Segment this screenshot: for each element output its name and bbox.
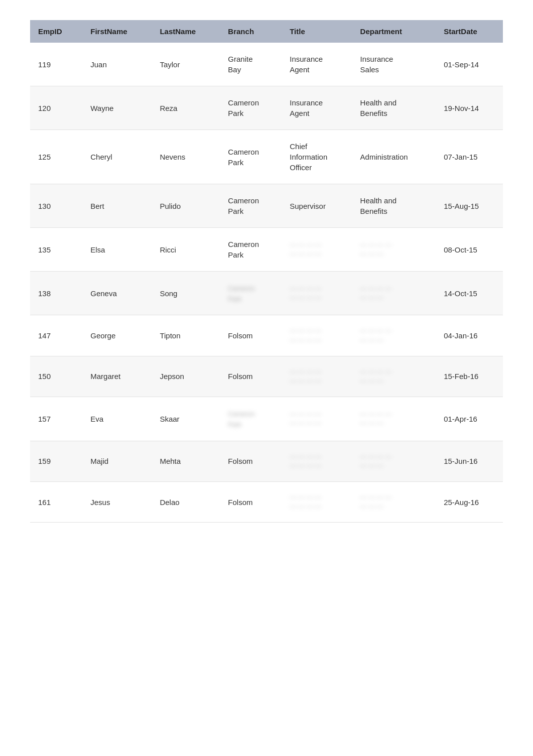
cell-lastname: Reza <box>152 86 220 130</box>
cell-department: — — — —— — — <box>352 356 436 397</box>
cell-branch: Folsom <box>220 315 282 356</box>
col-header-title: Title <box>282 20 352 43</box>
cell-branch: GraniteBay <box>220 43 282 86</box>
cell-lastname: Taylor <box>152 43 220 86</box>
cell-startdate: 19-Nov-14 <box>436 86 503 130</box>
cell-department: — — — —— — — <box>352 441 436 481</box>
cell-startdate: 15-Feb-16 <box>436 356 503 397</box>
col-header-firstname: FirstName <box>82 20 152 43</box>
cell-firstname: Juan <box>82 43 152 86</box>
cell-firstname: Cheryl <box>82 130 152 184</box>
cell-empid: 138 <box>30 272 82 315</box>
cell-startdate: 14-Oct-15 <box>436 272 503 315</box>
cell-title: — — — —— — — — <box>282 356 352 397</box>
cell-department: — — — —— — — <box>352 315 436 356</box>
cell-title: — — — —— — — — <box>282 397 352 441</box>
cell-startdate: 15-Aug-15 <box>436 184 503 228</box>
table-row: 159MajidMehtaFolsom— — — —— — — —— — — —… <box>30 441 503 481</box>
cell-branch: CameronPark <box>220 228 282 272</box>
cell-branch: CameronPark <box>220 397 282 441</box>
table-row: 125CherylNevensCameronParkChiefInformati… <box>30 130 503 184</box>
table-row: 161JesusDelaoFolsom— — — —— — — —— — — —… <box>30 481 503 522</box>
cell-branch: CameronPark <box>220 184 282 228</box>
cell-department: — — — —— — — <box>352 228 436 272</box>
cell-empid: 150 <box>30 356 82 397</box>
cell-empid: 161 <box>30 481 82 522</box>
cell-empid: 159 <box>30 441 82 481</box>
table-row: 150MargaretJepsonFolsom— — — —— — — —— —… <box>30 356 503 397</box>
cell-firstname: Wayne <box>82 86 152 130</box>
table-row: 147GeorgeTiptonFolsom— — — —— — — —— — —… <box>30 315 503 356</box>
cell-lastname: Tipton <box>152 315 220 356</box>
col-header-lastname: LastName <box>152 20 220 43</box>
cell-branch: CameronPark <box>220 130 282 184</box>
cell-title: — — — —— — — — <box>282 315 352 356</box>
cell-startdate: 25-Aug-16 <box>436 481 503 522</box>
cell-firstname: Jesus <box>82 481 152 522</box>
cell-title: InsuranceAgent <box>282 43 352 86</box>
cell-branch: Folsom <box>220 481 282 522</box>
table-row: 120WayneRezaCameronParkInsuranceAgentHea… <box>30 86 503 130</box>
table-header-row: EmpID FirstName LastName Branch Title De… <box>30 20 503 43</box>
cell-lastname: Pulido <box>152 184 220 228</box>
cell-department: InsuranceSales <box>352 43 436 86</box>
cell-department: — — — —— — — <box>352 272 436 315</box>
cell-startdate: 04-Jan-16 <box>436 315 503 356</box>
cell-startdate: 15-Jun-16 <box>436 441 503 481</box>
cell-firstname: Eva <box>82 397 152 441</box>
cell-title: InsuranceAgent <box>282 86 352 130</box>
col-header-startdate: StartDate <box>436 20 503 43</box>
cell-firstname: Geneva <box>82 272 152 315</box>
cell-branch: Folsom <box>220 441 282 481</box>
cell-title: — — — —— — — — <box>282 481 352 522</box>
cell-lastname: Nevens <box>152 130 220 184</box>
employee-table: EmpID FirstName LastName Branch Title De… <box>30 20 503 523</box>
cell-lastname: Song <box>152 272 220 315</box>
cell-department: Administration <box>352 130 436 184</box>
cell-empid: 157 <box>30 397 82 441</box>
table-row: 119JuanTaylorGraniteBayInsuranceAgentIns… <box>30 43 503 86</box>
cell-startdate: 08-Oct-15 <box>436 228 503 272</box>
cell-department: Health andBenefits <box>352 184 436 228</box>
cell-startdate: 01-Apr-16 <box>436 397 503 441</box>
cell-department: — — — —— — — <box>352 481 436 522</box>
cell-branch: CameronPark <box>220 86 282 130</box>
main-container: EmpID FirstName LastName Branch Title De… <box>0 0 533 543</box>
table-row: 135ElsaRicciCameronPark— — — —— — — —— —… <box>30 228 503 272</box>
cell-firstname: Majid <box>82 441 152 481</box>
cell-title: ChiefInformationOfficer <box>282 130 352 184</box>
table-row: 138GenevaSongCameronPark— — — —— — — —— … <box>30 272 503 315</box>
cell-empid: 130 <box>30 184 82 228</box>
cell-empid: 147 <box>30 315 82 356</box>
cell-department: Health andBenefits <box>352 86 436 130</box>
col-header-department: Department <box>352 20 436 43</box>
cell-branch: Folsom <box>220 356 282 397</box>
col-header-branch: Branch <box>220 20 282 43</box>
col-header-empid: EmpID <box>30 20 82 43</box>
cell-startdate: 01-Sep-14 <box>436 43 503 86</box>
cell-empid: 125 <box>30 130 82 184</box>
cell-lastname: Ricci <box>152 228 220 272</box>
cell-firstname: George <box>82 315 152 356</box>
cell-title: — — — —— — — — <box>282 228 352 272</box>
cell-branch: CameronPark <box>220 272 282 315</box>
cell-title: Supervisor <box>282 184 352 228</box>
cell-empid: 120 <box>30 86 82 130</box>
cell-lastname: Skaar <box>152 397 220 441</box>
cell-empid: 135 <box>30 228 82 272</box>
table-row: 157EvaSkaarCameronPark— — — —— — — —— — … <box>30 397 503 441</box>
cell-firstname: Margaret <box>82 356 152 397</box>
cell-lastname: Mehta <box>152 441 220 481</box>
cell-title: — — — —— — — — <box>282 272 352 315</box>
cell-startdate: 07-Jan-15 <box>436 130 503 184</box>
table-row: 130BertPulidoCameronParkSupervisorHealth… <box>30 184 503 228</box>
cell-lastname: Jepson <box>152 356 220 397</box>
cell-title: — — — —— — — — <box>282 441 352 481</box>
cell-lastname: Delao <box>152 481 220 522</box>
cell-firstname: Elsa <box>82 228 152 272</box>
cell-empid: 119 <box>30 43 82 86</box>
cell-firstname: Bert <box>82 184 152 228</box>
cell-department: — — — —— — — <box>352 397 436 441</box>
